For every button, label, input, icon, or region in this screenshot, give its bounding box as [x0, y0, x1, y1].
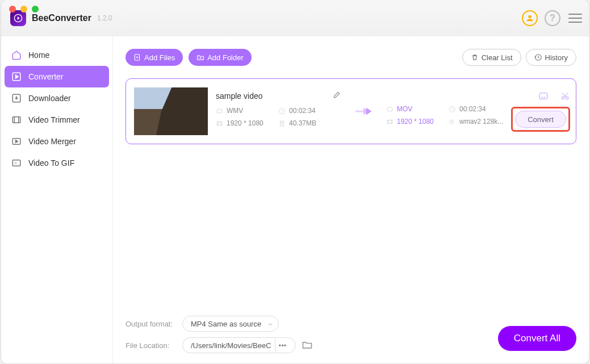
arrow-icon	[354, 106, 373, 117]
source-resolution: 1920 * 1080	[216, 119, 278, 127]
source-filesize: 40.37MB	[278, 119, 341, 127]
sidebar-item-video-merger[interactable]: Video Merger	[5, 131, 109, 152]
target-audio: wmav2 128k...	[449, 118, 511, 125]
add-files-button[interactable]: Add Files	[125, 49, 183, 66]
maximize-window-button[interactable]	[32, 6, 39, 12]
home-icon	[10, 49, 23, 61]
download-icon	[10, 92, 23, 104]
header-bar: BeeConverter 1.2.0 ?	[1, 0, 589, 36]
subtitle-button[interactable]	[538, 91, 549, 101]
gif-icon: G	[10, 157, 23, 169]
app-version: 1.2.0	[97, 14, 112, 22]
file-location-box: /Users/link/Movies/BeeC •••	[182, 337, 296, 353]
trimmer-icon	[10, 114, 23, 126]
sidebar-item-video-trimmer[interactable]: Video Trimmer	[5, 109, 109, 131]
svg-rect-6	[12, 117, 20, 123]
source-info: sample video WMV 00:02:34 1920 * 1080 40…	[216, 91, 341, 132]
svg-rect-21	[539, 93, 547, 99]
sidebar-item-label: Home	[28, 51, 49, 60]
main-panel: Add Files Add Folder Clear List History …	[113, 36, 589, 363]
svg-marker-8	[16, 140, 18, 143]
minimize-window-button[interactable]	[20, 6, 27, 12]
file-location-path: /Users/link/Movies/BeeC	[191, 341, 271, 350]
folder-icon	[302, 339, 313, 350]
target-info: MOV 00:02:34 1920 * 1080 wmav2 128k...	[386, 93, 511, 130]
chevron-down-icon	[267, 321, 274, 328]
convert-all-button[interactable]: Convert All	[498, 326, 576, 351]
target-format-select[interactable]: MOV	[386, 105, 449, 113]
svg-marker-1	[18, 16, 20, 19]
file-actions: Convert	[511, 91, 572, 132]
clear-list-button[interactable]: Clear List	[462, 49, 521, 66]
converter-icon	[10, 70, 23, 83]
menu-button[interactable]	[568, 11, 582, 26]
sidebar-item-downloader[interactable]: Downloader	[5, 87, 109, 109]
output-format-select[interactable]: MP4 Same as source	[182, 316, 279, 332]
file-title: sample video	[216, 91, 263, 101]
source-duration: 00:02:34	[278, 107, 341, 115]
svg-rect-12	[217, 109, 222, 113]
target-resolution-select[interactable]: 1920 * 1080	[386, 118, 449, 125]
sidebar-item-home[interactable]: Home	[5, 44, 109, 66]
svg-point-2	[528, 15, 531, 18]
convert-button[interactable]: Convert	[515, 111, 566, 128]
target-duration: 00:02:34	[449, 105, 511, 113]
svg-rect-18	[387, 107, 392, 111]
app-name: BeeConverter	[32, 13, 91, 23]
sidebar-item-label: Downloader	[28, 94, 71, 103]
trash-icon	[471, 53, 479, 61]
help-button[interactable]: ?	[545, 10, 560, 26]
svg-rect-14	[217, 122, 222, 125]
source-format: WMV	[216, 107, 278, 115]
pencil-icon	[333, 91, 341, 99]
add-folder-button[interactable]: Add Folder	[189, 49, 252, 66]
sidebar-item-label: Video Merger	[28, 137, 76, 146]
cut-button[interactable]	[560, 91, 570, 101]
toolbar: Add Files Add Folder Clear List History	[125, 49, 576, 66]
merger-icon	[10, 135, 23, 148]
file-plus-icon	[133, 53, 141, 61]
rename-button[interactable]	[333, 91, 341, 101]
file-card: sample video WMV 00:02:34 1920 * 1080 40…	[125, 78, 576, 144]
sidebar-item-converter[interactable]: Converter	[5, 66, 109, 87]
svg-marker-17	[366, 108, 372, 115]
window-controls	[9, 6, 39, 12]
sidebar-item-label: Converter	[28, 72, 63, 81]
question-icon: ?	[550, 13, 555, 23]
sidebar-item-video-to-gif[interactable]: G Video To GIF	[5, 152, 109, 174]
file-location-label: File Location:	[125, 341, 182, 350]
close-window-button[interactable]	[9, 6, 16, 12]
output-format-label: Output format:	[125, 320, 182, 328]
history-button[interactable]: History	[526, 49, 576, 66]
browse-location-button[interactable]: •••	[275, 338, 290, 353]
svg-marker-4	[16, 75, 19, 78]
svg-rect-20	[387, 120, 392, 124]
video-thumbnail	[134, 87, 208, 135]
footer: Output format: MP4 Same as source File L…	[113, 310, 589, 363]
svg-text:G: G	[14, 161, 16, 165]
convert-button-highlight: Convert	[511, 107, 570, 132]
user-icon	[525, 14, 534, 23]
account-button[interactable]	[522, 10, 538, 26]
open-folder-button[interactable]	[302, 339, 313, 352]
folder-plus-icon	[196, 53, 204, 61]
app-window: BeeConverter 1.2.0 ? Home Converter Down…	[1, 0, 589, 363]
sidebar: Home Converter Downloader Video Trimmer …	[1, 36, 113, 363]
sidebar-item-label: Video To GIF	[28, 158, 74, 168]
history-icon	[534, 53, 542, 61]
sidebar-item-label: Video Trimmer	[28, 115, 80, 124]
